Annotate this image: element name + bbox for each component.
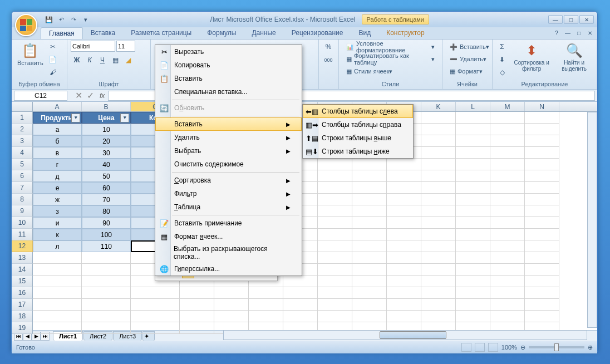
save-icon[interactable]: 💾 bbox=[44, 14, 54, 24]
cell[interactable]: в bbox=[33, 147, 82, 159]
menu-copy[interactable]: 📄Копировать bbox=[155, 58, 302, 72]
cell[interactable] bbox=[387, 194, 421, 205]
cell[interactable] bbox=[352, 240, 387, 252]
row-header[interactable]: 8 bbox=[12, 194, 33, 205]
cell[interactable] bbox=[421, 311, 456, 322]
cell[interactable] bbox=[456, 264, 490, 276]
row-header[interactable]: 19 bbox=[12, 322, 33, 334]
col-header-N[interactable]: N bbox=[525, 102, 559, 111]
cell[interactable]: 10 bbox=[82, 124, 131, 135]
copy-icon[interactable]: 📄 bbox=[47, 53, 59, 66]
cell[interactable] bbox=[456, 229, 490, 240]
sort-filter-button[interactable]: ⬍ Сортировка и фильтр bbox=[509, 41, 554, 73]
cell[interactable] bbox=[525, 240, 559, 252]
cell[interactable] bbox=[352, 264, 387, 276]
cell[interactable] bbox=[33, 276, 82, 287]
cell-styles-button[interactable]: ▦ Стили ячеек ▾ bbox=[342, 65, 396, 77]
submenu-cols-left[interactable]: ⬅▥Столбцы таблицы слева bbox=[303, 105, 413, 118]
cell[interactable] bbox=[490, 299, 525, 311]
cell[interactable]: г bbox=[33, 159, 82, 170]
row-header[interactable]: 17 bbox=[12, 299, 33, 311]
cell[interactable] bbox=[283, 299, 318, 311]
cell[interactable]: е bbox=[33, 182, 82, 194]
cell[interactable] bbox=[456, 287, 490, 299]
menu-filter[interactable]: Фильтр▶ bbox=[155, 187, 302, 200]
cell[interactable] bbox=[387, 264, 421, 276]
cell[interactable] bbox=[525, 194, 559, 205]
cell[interactable] bbox=[131, 299, 180, 311]
cell[interactable] bbox=[456, 240, 490, 252]
italic-button[interactable]: К bbox=[83, 54, 96, 66]
cell[interactable] bbox=[318, 276, 352, 287]
cell[interactable]: з bbox=[33, 205, 82, 217]
tab-layout[interactable]: Разметка страницы bbox=[123, 27, 199, 39]
zoom-in-button[interactable]: ⊕ bbox=[588, 344, 593, 351]
cell[interactable] bbox=[490, 229, 525, 240]
col-header-B[interactable]: B bbox=[82, 102, 131, 111]
cell[interactable] bbox=[490, 287, 525, 299]
cell[interactable] bbox=[456, 299, 490, 311]
cell[interactable]: 40 bbox=[82, 159, 131, 170]
cell[interactable] bbox=[421, 170, 456, 182]
cell[interactable]: к bbox=[33, 229, 82, 240]
cell[interactable] bbox=[131, 311, 180, 322]
menu-format-cells[interactable]: ▦Формат ячеек... bbox=[155, 230, 302, 243]
col-header-K[interactable]: K bbox=[421, 102, 456, 111]
cell[interactable] bbox=[82, 287, 131, 299]
font-name-combo[interactable] bbox=[71, 41, 115, 52]
mdi-restore-button[interactable]: □ bbox=[574, 29, 584, 37]
cell[interactable] bbox=[525, 299, 559, 311]
cell[interactable] bbox=[180, 311, 214, 322]
cell[interactable] bbox=[283, 287, 318, 299]
menu-clear-contents[interactable]: Очистить содержимое bbox=[155, 158, 302, 171]
cell[interactable] bbox=[33, 252, 82, 264]
underline-button[interactable]: Ч bbox=[96, 54, 109, 66]
cell[interactable] bbox=[387, 311, 421, 322]
cell[interactable] bbox=[352, 194, 387, 205]
cell[interactable] bbox=[421, 240, 456, 252]
row-header[interactable]: 10 bbox=[12, 217, 33, 229]
cell[interactable] bbox=[456, 112, 490, 124]
thousands-icon[interactable]: 000 bbox=[322, 54, 334, 66]
menu-insert[interactable]: Вставить▶ bbox=[155, 117, 302, 131]
cell[interactable] bbox=[490, 112, 525, 124]
cell[interactable]: а bbox=[33, 124, 82, 135]
cells-delete-button[interactable]: ➖ Удалить ▾ bbox=[446, 53, 490, 65]
submenu-rows-below[interactable]: ▤⬇Строки таблицы ниже bbox=[303, 145, 413, 158]
cell[interactable] bbox=[525, 170, 559, 182]
cell[interactable] bbox=[33, 299, 82, 311]
cell[interactable] bbox=[318, 252, 352, 264]
submenu-rows-above[interactable]: ⬆▤Строки таблицы выше bbox=[303, 131, 413, 145]
menu-paste[interactable]: 📋Вставить bbox=[155, 72, 302, 85]
cell[interactable] bbox=[490, 217, 525, 229]
cell[interactable] bbox=[352, 287, 387, 299]
col-header-A[interactable]: A bbox=[33, 102, 82, 111]
cell[interactable] bbox=[525, 252, 559, 264]
cell[interactable] bbox=[249, 287, 283, 299]
cell[interactable] bbox=[490, 240, 525, 252]
cell[interactable]: 80 bbox=[82, 205, 131, 217]
cell[interactable] bbox=[525, 159, 559, 170]
cell[interactable] bbox=[387, 276, 421, 287]
tab-home[interactable]: Главная bbox=[41, 27, 83, 39]
cells-insert-button[interactable]: ➕ Вставить ▾ bbox=[446, 41, 493, 53]
submenu-cols-right[interactable]: ▥➡Столбцы таблицы справа bbox=[303, 118, 413, 131]
normal-view-button[interactable] bbox=[461, 343, 471, 352]
mdi-close-button[interactable]: ✕ bbox=[585, 29, 595, 37]
menu-refresh[interactable]: 🔄Обновить bbox=[155, 101, 302, 115]
row-header[interactable]: 3 bbox=[12, 135, 33, 147]
cell[interactable] bbox=[421, 159, 456, 170]
cell[interactable] bbox=[387, 159, 421, 170]
cell[interactable] bbox=[525, 112, 559, 124]
fx-icon[interactable]: fx bbox=[100, 92, 105, 100]
cell[interactable] bbox=[525, 276, 559, 287]
cell[interactable] bbox=[456, 311, 490, 322]
cell[interactable] bbox=[82, 299, 131, 311]
cell[interactable] bbox=[456, 170, 490, 182]
minimize-button[interactable]: — bbox=[548, 15, 563, 24]
name-box[interactable] bbox=[14, 91, 67, 101]
cell[interactable]: 50 bbox=[82, 170, 131, 182]
cell[interactable] bbox=[352, 299, 387, 311]
cell[interactable] bbox=[387, 182, 421, 194]
fill-color-icon[interactable]: ◢ bbox=[122, 54, 134, 66]
